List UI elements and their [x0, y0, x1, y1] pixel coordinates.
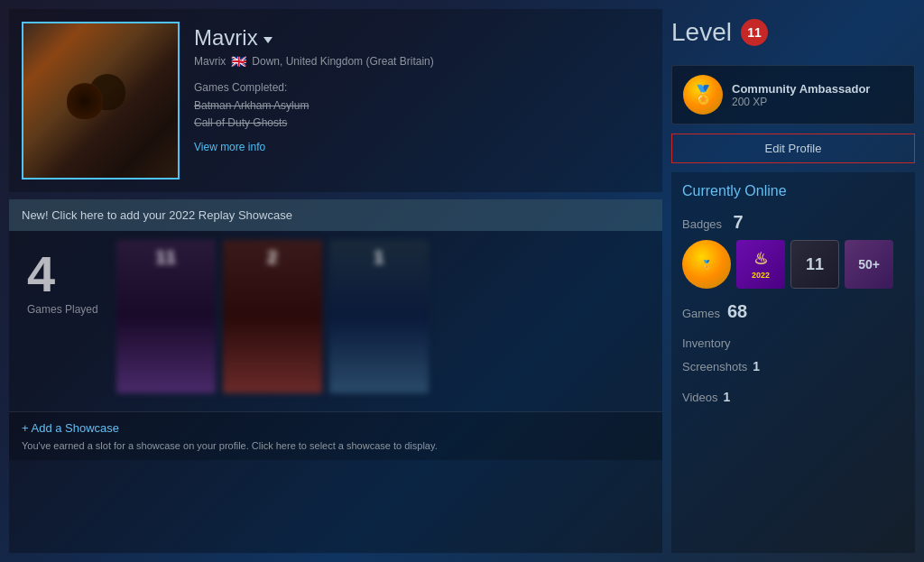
left-column: Mavrix Mavrix 🇬🇧 Down, United Kingdom (G… — [9, 9, 662, 553]
profile-location: Down, United Kingdom (Great Britain) — [252, 55, 433, 68]
showcase-section: New! Click here to add your 2022 Replay … — [9, 199, 662, 553]
add-showcase-description: You've earned a slot for a showcase on y… — [22, 440, 650, 451]
profile-header: Mavrix Mavrix 🇬🇧 Down, United Kingdom (G… — [9, 9, 662, 192]
badges-row: 🏅 ♨ 2022 11 50+ — [682, 240, 904, 289]
avatar-image — [23, 23, 178, 178]
username-row: Mavrix — [194, 25, 650, 51]
game-card-3: 1 — [329, 240, 429, 393]
badge-steam-icon: ♨ — [753, 249, 768, 269]
right-column: Level 11 🏅 Community Ambassador 200 XP E… — [671, 9, 915, 553]
edit-profile-button[interactable]: Edit Profile — [671, 134, 915, 163]
badge-50plus-value: 50+ — [858, 257, 880, 272]
badge-ambassador-icon: 🏅 — [701, 260, 712, 270]
profile-sub: Mavrix 🇬🇧 Down, United Kingdom (Great Br… — [194, 54, 650, 69]
badges-section: Badges 7 🏅 ♨ 2022 11 50+ — [682, 212, 904, 289]
profile-info: Mavrix Mavrix 🇬🇧 Down, United Kingdom (G… — [194, 22, 650, 180]
games-played-number: 4 — [27, 249, 98, 299]
videos-count: 1 — [724, 390, 731, 404]
ambassador-icon-emoji: 🏅 — [692, 84, 715, 106]
flag-icon: 🇬🇧 — [231, 54, 246, 69]
ambassador-title: Community Ambassador — [732, 82, 870, 96]
badge-ambassador[interactable]: 🏅 — [682, 240, 731, 289]
completed-game-2: Call of Duty Ghosts — [194, 115, 650, 132]
level-badge: 11 — [741, 19, 768, 46]
avatar-container — [22, 22, 180, 180]
add-showcase-title[interactable]: + Add a Showcase — [22, 421, 650, 435]
game-card-2: 2 — [223, 240, 322, 393]
ambassador-card: 🏅 Community Ambassador 200 XP — [671, 65, 915, 124]
screenshots-stat-row: Screenshots 1 — [682, 359, 904, 381]
badge-steam-year: 2022 — [752, 271, 770, 280]
online-title: Currently Online — [682, 183, 904, 199]
showcase-banner[interactable]: New! Click here to add your 2022 Replay … — [9, 199, 662, 231]
avatar-frame — [22, 22, 180, 180]
games-completed-label: Games Completed: — [194, 81, 650, 94]
profile-sub-name: Mavrix — [194, 55, 226, 68]
videos-label[interactable]: Videos — [682, 391, 718, 404]
game-card-1: 11 — [116, 240, 216, 393]
completed-game-1: Batman Arkham Asylum — [194, 97, 650, 115]
ambassador-icon: 🏅 — [683, 75, 723, 115]
view-more-link[interactable]: View more info — [194, 141, 650, 153]
badges-label: Badges — [682, 217, 722, 231]
online-section: Currently Online Badges 7 🏅 ♨ 2022 11 — [671, 172, 915, 553]
games-stat-row: Games 68 — [682, 301, 904, 327]
username-dropdown-arrow[interactable] — [263, 37, 273, 43]
game-stat-1: 11 — [156, 247, 176, 268]
inventory-link[interactable]: Inventory — [682, 336, 730, 350]
main-container: Mavrix Mavrix 🇬🇧 Down, United Kingdom (G… — [0, 0, 924, 562]
game-stat-3: 1 — [374, 247, 383, 268]
add-showcase: + Add a Showcase You've earned a slot fo… — [9, 411, 662, 460]
screenshots-count: 1 — [753, 359, 760, 373]
inventory-stat-row: Inventory — [682, 336, 904, 350]
level-section: Level 11 — [671, 9, 915, 56]
badge-steam-2022[interactable]: ♨ 2022 — [736, 240, 785, 289]
videos-stat-row: Videos 1 — [682, 390, 904, 411]
games-played-count: 4 Games Played — [18, 240, 107, 325]
ambassador-info: Community Ambassador 200 XP — [732, 82, 870, 108]
game-stat-2: 2 — [267, 247, 277, 268]
game-cards: 11 2 1 — [116, 240, 653, 393]
badge-50plus[interactable]: 50+ — [845, 240, 893, 289]
screenshots-label[interactable]: Screenshots — [682, 360, 747, 373]
ambassador-xp: 200 XP — [732, 96, 870, 108]
badges-count: 7 — [734, 212, 744, 232]
games-count: 68 — [727, 301, 747, 322]
username: Mavrix — [194, 25, 258, 51]
badge-level-value: 11 — [806, 255, 824, 274]
games-played-label: Games Played — [27, 303, 98, 316]
showcase-content: 4 Games Played 11 2 1 — [9, 231, 662, 411]
games-label[interactable]: Games — [682, 307, 720, 320]
badge-level-11[interactable]: 11 — [790, 240, 839, 289]
level-label: Level — [671, 18, 732, 47]
